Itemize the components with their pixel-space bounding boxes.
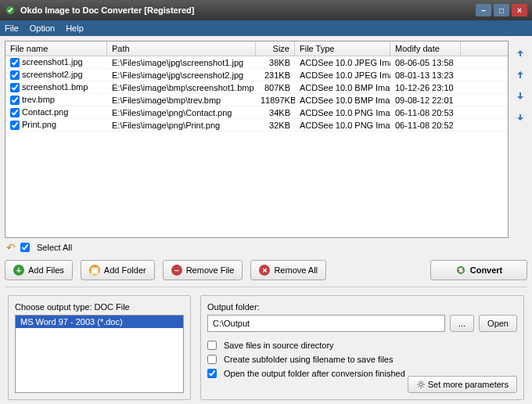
menubar: File Option Help [0, 20, 532, 36]
open-after-label: Open the output folder after conversion … [224, 369, 405, 378]
table-row[interactable]: Contact.pngE:\Files\image\png\Contact.pn… [5, 106, 508, 119]
minimize-button[interactable]: – [476, 4, 491, 16]
select-all-checkbox[interactable] [20, 243, 30, 252]
select-all-label: Select All [37, 243, 72, 252]
table-row[interactable]: trev.bmpE:\Files\image\bmp\trev.bmp11897… [5, 94, 508, 106]
col-size[interactable]: Size [256, 41, 295, 56]
close-button[interactable]: × [512, 4, 527, 16]
plus-icon: + [13, 265, 24, 276]
maximize-button[interactable]: □ [494, 4, 509, 16]
output-folder-input[interactable] [207, 315, 445, 332]
col-path[interactable]: Path [107, 41, 256, 56]
remove-all-button[interactable]: ×Remove All [250, 260, 326, 280]
create-subfolder-label: Create subfolder using filename to save … [224, 355, 393, 364]
row-checkbox[interactable] [10, 96, 20, 105]
output-folder-label: Output folder: [207, 302, 517, 312]
col-modifydate[interactable]: Modify date [390, 41, 461, 56]
set-more-parameters-button[interactable]: Set more parameters [408, 376, 517, 393]
output-type-label: Choose output type: DOC File [15, 302, 184, 312]
move-top-button[interactable] [513, 45, 527, 60]
output-type-item[interactable]: MS Word 97 - 2003 (*.doc) [16, 316, 183, 328]
output-folder-group: Output folder: ... Open Save files in so… [200, 295, 524, 400]
browse-button[interactable]: ... [450, 315, 474, 332]
move-up-button[interactable] [513, 67, 527, 81]
reorder-buttons [513, 41, 527, 238]
titlebar: Okdo Image to Doc Converter [Registered]… [0, 0, 532, 20]
row-checkbox[interactable] [10, 70, 20, 80]
file-table[interactable]: File name Path Size File Type Modify dat… [5, 41, 509, 238]
add-files-button[interactable]: +Add Files [5, 260, 73, 280]
minus-icon: – [171, 265, 182, 276]
col-filename[interactable]: File name [5, 41, 107, 56]
row-checkbox[interactable] [10, 121, 20, 130]
row-checkbox[interactable] [10, 83, 20, 92]
folder-icon: ▣ [89, 265, 100, 276]
move-bottom-button[interactable] [513, 111, 527, 125]
window-title: Okdo Image to Doc Converter [Registered] [20, 5, 195, 15]
convert-button[interactable]: Convert [430, 260, 527, 280]
output-type-list[interactable]: MS Word 97 - 2003 (*.doc) [15, 315, 184, 393]
table-header: File name Path Size File Type Modify dat… [5, 41, 508, 56]
col-filetype[interactable]: File Type [295, 41, 390, 56]
gear-icon [416, 380, 426, 389]
arrow-up-icon: ↶ [6, 241, 16, 254]
save-in-source-label: Save files in source directory [224, 341, 334, 350]
add-folder-button[interactable]: ▣Add Folder [81, 260, 155, 280]
table-row[interactable]: screenshot1.jpgE:\Files\image\jpg\screen… [5, 56, 508, 69]
x-icon: × [259, 265, 270, 276]
open-after-checkbox[interactable] [207, 369, 217, 378]
svg-point-1 [419, 383, 422, 386]
app-icon [5, 5, 16, 16]
open-folder-button[interactable]: Open [479, 315, 517, 332]
output-type-group: Choose output type: DOC File MS Word 97 … [8, 295, 191, 400]
table-row[interactable]: screenshot2.jpgE:\Files\image\jpg\screen… [5, 69, 508, 81]
table-row[interactable]: screenshot1.bmpE:\Files\image\bmp\screen… [5, 81, 508, 94]
convert-icon [455, 265, 466, 276]
menu-file[interactable]: File [5, 23, 19, 33]
remove-file-button[interactable]: –Remove File [163, 260, 243, 280]
table-row[interactable]: Print.pngE:\Files\image\png\Print.png32K… [5, 119, 508, 132]
menu-option[interactable]: Option [30, 23, 55, 33]
create-subfolder-checkbox[interactable] [207, 355, 217, 364]
menu-help[interactable]: Help [66, 23, 84, 33]
save-in-source-checkbox[interactable] [207, 341, 217, 350]
row-checkbox[interactable] [10, 58, 20, 67]
row-checkbox[interactable] [10, 108, 20, 117]
move-down-button[interactable] [513, 89, 527, 103]
